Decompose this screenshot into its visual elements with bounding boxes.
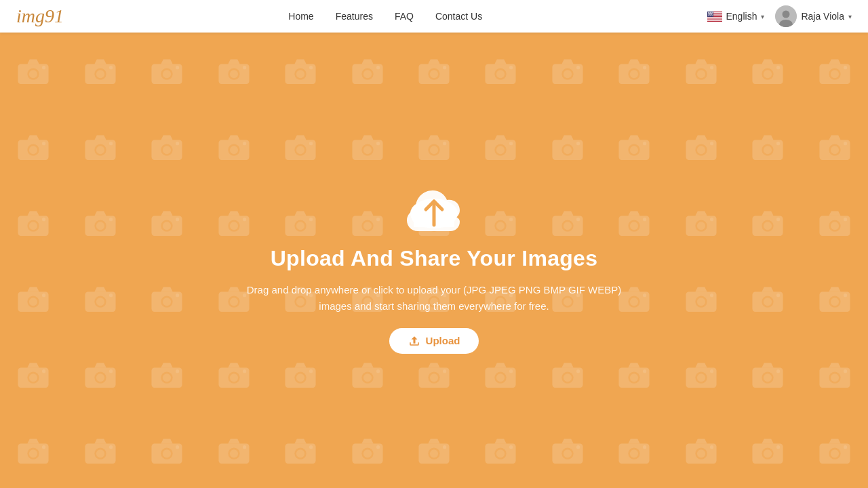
hero-subtitle: Drag and drop anywhere or click to uploa… <box>237 282 631 314</box>
svg-point-233 <box>710 293 713 297</box>
svg-point-109 <box>376 142 380 145</box>
svg-point-63 <box>495 68 507 80</box>
svg-point-187 <box>829 220 840 232</box>
svg-point-344 <box>831 449 839 458</box>
svg-point-93 <box>109 142 113 145</box>
svg-point-88 <box>29 146 37 154</box>
svg-point-245 <box>42 369 45 373</box>
svg-point-35 <box>28 68 39 80</box>
svg-point-136 <box>831 146 839 154</box>
svg-point-267 <box>428 372 439 384</box>
nav-features[interactable]: Features <box>336 11 373 22</box>
svg-point-200 <box>163 298 171 306</box>
svg-point-235 <box>762 296 774 308</box>
svg-point-184 <box>764 222 772 230</box>
svg-point-283 <box>695 372 707 384</box>
nav-home[interactable]: Home <box>288 11 313 22</box>
svg-point-121 <box>576 142 580 145</box>
svg-rect-278 <box>619 367 650 387</box>
svg-rect-90 <box>85 140 115 159</box>
svg-point-8 <box>707 12 708 12</box>
svg-point-27 <box>709 15 709 16</box>
svg-point-317 <box>376 445 380 449</box>
user-menu[interactable]: Raja Viola ▾ <box>775 5 852 27</box>
svg-point-319 <box>428 448 439 460</box>
navbar: img91 Home Features FAQ Contact Us <box>0 0 868 33</box>
svg-point-239 <box>829 296 840 308</box>
camera-bg-icon <box>734 412 801 488</box>
language-chevron-icon: ▾ <box>761 13 764 20</box>
svg-point-183 <box>762 220 774 232</box>
camera-bg-icon <box>0 336 66 412</box>
svg-rect-186 <box>819 216 850 235</box>
svg-point-196 <box>96 298 104 306</box>
camera-bg-icon <box>668 260 734 336</box>
svg-point-26 <box>707 15 708 16</box>
svg-point-261 <box>309 369 313 373</box>
user-chevron-icon: ▾ <box>848 13 852 20</box>
svg-point-81 <box>776 66 780 69</box>
camera-bg-icon <box>802 336 868 412</box>
svg-point-188 <box>831 222 839 230</box>
upload-button[interactable]: Upload <box>389 328 479 354</box>
svg-rect-78 <box>753 64 783 83</box>
camera-bg-icon <box>200 412 267 488</box>
svg-rect-126 <box>686 140 716 159</box>
camera-bg-icon <box>601 108 667 184</box>
svg-point-120 <box>564 146 572 154</box>
svg-point-12 <box>711 12 712 12</box>
svg-point-44 <box>163 70 171 78</box>
svg-point-311 <box>294 448 306 460</box>
camera-bg-icon <box>534 108 601 184</box>
svg-point-83 <box>829 68 840 80</box>
svg-point-304 <box>163 449 171 458</box>
svg-point-91 <box>94 144 106 156</box>
camera-bg-icon <box>534 412 601 488</box>
site-logo[interactable]: img91 <box>16 5 64 27</box>
nav-contact[interactable]: Contact Us <box>435 11 482 22</box>
svg-rect-130 <box>753 140 783 159</box>
svg-point-277 <box>576 369 580 373</box>
svg-rect-270 <box>486 367 516 387</box>
svg-point-281 <box>643 369 646 373</box>
camera-bg-icon <box>334 412 400 488</box>
svg-point-241 <box>844 293 847 297</box>
camera-bg-icon <box>467 33 534 108</box>
svg-point-129 <box>710 142 713 145</box>
svg-point-300 <box>96 449 104 458</box>
camera-bg-icon <box>467 108 534 184</box>
svg-rect-334 <box>686 443 716 463</box>
camera-bg-icon <box>0 33 66 108</box>
svg-point-255 <box>228 372 239 384</box>
svg-point-37 <box>42 66 45 69</box>
camera-bg-icon <box>802 33 868 108</box>
camera-bg-icon <box>267 412 334 488</box>
svg-point-339 <box>762 448 774 460</box>
svg-rect-42 <box>152 64 182 83</box>
hero-section: Upload And Share Your Images Drag and dr… <box>0 0 868 488</box>
svg-point-133 <box>776 142 780 145</box>
svg-rect-178 <box>686 216 716 235</box>
svg-point-257 <box>243 369 246 373</box>
svg-point-307 <box>228 448 239 460</box>
svg-point-135 <box>829 144 840 156</box>
camera-bg-icon <box>267 33 334 108</box>
svg-point-10 <box>709 12 710 12</box>
svg-point-113 <box>443 142 446 145</box>
camera-bg-icon <box>200 108 267 184</box>
svg-point-55 <box>361 68 373 80</box>
svg-point-229 <box>643 293 646 297</box>
camera-bg-icon <box>66 336 133 412</box>
svg-point-101 <box>243 142 246 145</box>
svg-point-14 <box>709 12 710 13</box>
svg-point-57 <box>376 66 380 69</box>
nav-faq[interactable]: FAQ <box>395 11 414 22</box>
svg-point-123 <box>629 144 640 156</box>
upload-button-icon <box>408 335 420 347</box>
flag-icon <box>707 12 722 22</box>
svg-point-40 <box>96 70 104 78</box>
svg-point-18 <box>709 14 709 14</box>
svg-point-279 <box>629 372 640 384</box>
language-selector[interactable]: English ▾ <box>707 11 765 22</box>
nav-links: Home Features FAQ Contact Us <box>288 11 482 22</box>
